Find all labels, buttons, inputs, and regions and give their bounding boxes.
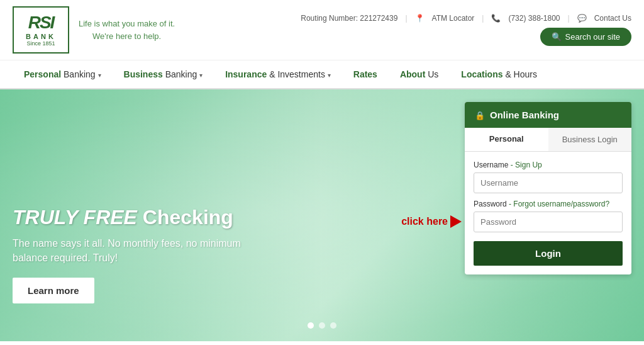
nav-about-rest: Us: [428, 69, 438, 79]
hero-content: TRULY FREE Checking The name says it all…: [13, 206, 277, 303]
nav-item-about: About Us: [389, 60, 450, 88]
hero-title: TRULY FREE Checking: [13, 206, 277, 229]
navbar: Personal Banking ▾ Business Banking ▾ In…: [0, 60, 644, 89]
nav-business-bold: Business: [124, 69, 163, 79]
phone-link[interactable]: (732) 388-1800: [508, 14, 560, 23]
nav-insurance-arrow: ▾: [328, 72, 331, 79]
nav-personal-bold: Personal: [24, 69, 61, 79]
click-here-annotation: click here: [401, 215, 462, 228]
learn-more-button[interactable]: Learn more: [13, 278, 94, 303]
arrow-right-icon: [450, 215, 462, 228]
logo-since: Since 1851: [26, 40, 55, 47]
online-banking-panel: Online Banking Personal Business Login U…: [465, 102, 631, 274]
nav-item-insurance: Insurance & Investments ▾: [214, 60, 342, 88]
nav-insurance-bold: Insurance: [225, 69, 267, 79]
signup-link[interactable]: - Sign Up: [511, 161, 542, 169]
login-button[interactable]: Login: [474, 241, 623, 266]
nav-business-rest: Banking: [165, 69, 199, 79]
logo-bank: BANK: [26, 33, 56, 40]
logo-letters: RSI: [28, 14, 54, 31]
phone-icon: 📞: [491, 14, 501, 23]
nav-link-business[interactable]: Business Banking ▾: [113, 60, 214, 88]
username-label: Username - Sign Up: [474, 161, 623, 169]
nav-personal-rest: Banking: [64, 69, 97, 79]
nav-item-personal: Personal Banking ▾: [13, 60, 113, 88]
nav-item-business: Business Banking ▾: [113, 60, 214, 88]
contact-bar: Routing Number: 221272439 | 📍 ATM Locato…: [301, 14, 631, 23]
nav-locations-bold: Locations: [461, 69, 502, 79]
routing-number: Routing Number: 221272439: [301, 14, 397, 23]
search-icon: 🔍: [552, 32, 562, 42]
username-input[interactable]: [474, 172, 623, 193]
nav-link-insurance[interactable]: Insurance & Investments ▾: [214, 60, 342, 88]
pin-icon: 📍: [415, 14, 425, 23]
nav-about-bold: About: [400, 69, 425, 79]
nav-item-locations: Locations & Hours: [450, 60, 548, 88]
hero-title-rest: Checking: [143, 206, 233, 229]
panel-tabs: Personal Business Login: [465, 128, 631, 152]
nav-link-about[interactable]: About Us: [389, 60, 450, 88]
search-button[interactable]: 🔍 Search our site: [540, 28, 631, 46]
nav-list: Personal Banking ▾ Business Banking ▾ In…: [13, 60, 631, 88]
panel-header-label: Online Banking: [490, 110, 559, 120]
tagline: Life is what you make of it. We're here …: [79, 18, 175, 42]
dot-3[interactable]: [330, 322, 336, 329]
dot-1[interactable]: [308, 322, 314, 329]
atm-locator-link[interactable]: ATM Locator: [432, 14, 475, 23]
hero-section: TRULY FREE Checking The name says it all…: [0, 89, 644, 341]
tab-business[interactable]: Business Login: [548, 128, 632, 151]
header-right: Routing Number: 221272439 | 📍 ATM Locato…: [301, 14, 631, 46]
password-label: Password - Forgot username/password?: [474, 200, 623, 208]
nav-link-personal[interactable]: Personal Banking ▾: [13, 60, 113, 88]
nav-business-arrow: ▾: [199, 72, 203, 79]
dot-2[interactable]: [319, 322, 325, 329]
nav-personal-arrow: ▾: [98, 72, 101, 79]
contact-link[interactable]: Contact Us: [594, 14, 631, 23]
password-input[interactable]: [474, 212, 623, 232]
chat-icon: 💬: [577, 14, 587, 23]
click-here-text: click here: [401, 216, 448, 227]
tab-personal[interactable]: Personal: [465, 128, 548, 151]
header: RSI BANK Since 1851 Life is what you mak…: [0, 0, 644, 60]
nav-insurance-rest: & Investments: [269, 69, 328, 79]
forgot-link[interactable]: - Forgot username/password?: [509, 200, 609, 208]
nav-item-rates: Rates: [342, 60, 389, 88]
nav-locations-rest: & Hours: [505, 69, 537, 79]
lock-icon: [475, 110, 485, 120]
hero-title-italic: TRULY FREE: [13, 206, 137, 229]
nav-link-locations[interactable]: Locations & Hours: [450, 60, 548, 88]
panel-header: Online Banking: [465, 102, 631, 128]
logo-area: RSI BANK Since 1851 Life is what you mak…: [13, 6, 175, 54]
panel-body: Username - Sign Up Password - Forgot use…: [465, 152, 631, 274]
nav-rates-label: Rates: [353, 69, 377, 79]
logo-box: RSI BANK Since 1851: [13, 6, 69, 54]
nav-link-rates[interactable]: Rates: [342, 60, 389, 88]
hero-subtitle: The name says it all. No monthly fees, n…: [13, 237, 277, 265]
slider-dots: [308, 322, 336, 329]
